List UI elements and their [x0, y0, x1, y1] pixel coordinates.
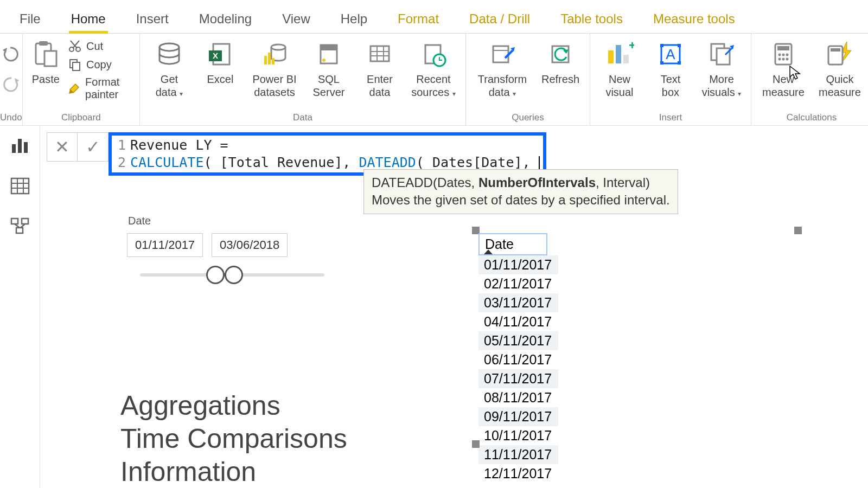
report-view-button[interactable]: [10, 137, 30, 155]
model-view-button[interactable]: [10, 217, 30, 235]
svg-point-37: [778, 54, 781, 56]
ribbon-group-calculations: New measure Quick measure Calculations: [751, 34, 868, 125]
svg-point-38: [782, 54, 784, 56]
svg-text:+: +: [629, 41, 634, 52]
menu-measure-tools[interactable]: Measure tools: [650, 7, 738, 33]
section-heading: Time Comparisons: [120, 422, 347, 455]
ribbon-group-clipboard: Paste Cut Copy: [23, 34, 140, 125]
menu-home[interactable]: Home: [68, 7, 109, 33]
svg-rect-49: [11, 219, 18, 224]
svg-rect-30: [660, 61, 663, 65]
menu-help[interactable]: Help: [337, 7, 371, 33]
table-row[interactable]: 07/11/2017: [478, 369, 558, 388]
table-row[interactable]: 12/11/2017: [478, 464, 558, 483]
sql-server-button[interactable]: SQL Server: [306, 37, 352, 99]
ribbon-group-label: Queries: [512, 111, 544, 123]
svg-point-41: [782, 58, 784, 61]
ribbon-group-label: Data: [293, 111, 312, 123]
ribbon-group-data: Get data ▾ X Excel Power BI datasets SQL…: [140, 34, 466, 125]
table-row[interactable]: 08/11/2017: [478, 388, 558, 407]
intellisense-tooltip: DATEADD(Dates, NumberOfIntervals, Interv…: [363, 169, 678, 214]
formula-cancel-button[interactable]: ✕: [47, 133, 78, 161]
get-data-icon: [154, 39, 184, 69]
menu-format[interactable]: Format: [394, 7, 442, 33]
menu-file[interactable]: File: [16, 7, 44, 33]
ribbon-group-insert: + New visual A Text box More visuals ▾ I…: [590, 34, 751, 125]
data-view-button[interactable]: [10, 177, 30, 195]
view-rail: [0, 126, 40, 488]
pbi-datasets-button[interactable]: Power BI datasets: [248, 37, 301, 99]
svg-point-42: [786, 58, 788, 61]
cut-icon: [68, 39, 82, 53]
svg-rect-44: [831, 48, 840, 52]
menu-bar: FileHomeInsertModelingViewHelpFormatData…: [0, 0, 868, 34]
ribbon-group-label: Undo: [0, 111, 22, 123]
undo-button[interactable]: [2, 46, 20, 64]
transform-data-icon: [487, 39, 518, 69]
excel-icon: X: [205, 39, 235, 69]
slider-thumb-right[interactable]: [225, 266, 243, 284]
date-from-input[interactable]: 01/11/2017: [127, 233, 203, 257]
visual-resize-handle[interactable]: [794, 227, 802, 234]
svg-rect-50: [22, 219, 28, 224]
slicer-title: Date: [128, 215, 151, 227]
svg-rect-29: [678, 44, 681, 47]
pbi-datasets-icon: [259, 39, 290, 69]
menu-data-drill[interactable]: Data / Drill: [466, 7, 533, 33]
formula-commit-button[interactable]: ✓: [78, 133, 108, 161]
svg-rect-13: [268, 53, 271, 65]
table-row[interactable]: 04/11/2017: [478, 312, 558, 331]
cut-button[interactable]: Cut: [68, 39, 133, 53]
refresh-button[interactable]: Refresh: [538, 37, 583, 86]
table-row[interactable]: 02/11/2017: [478, 274, 558, 293]
menu-table-tools[interactable]: Table tools: [557, 7, 626, 33]
ribbon: Undo Paste Cut: [0, 34, 868, 126]
svg-rect-45: [12, 144, 16, 153]
redo-button[interactable]: [2, 76, 20, 94]
table-row[interactable]: 06/11/2017: [478, 350, 558, 369]
more-visuals-button[interactable]: More visuals ▾: [699, 37, 744, 99]
table-visual[interactable]: Date 01/11/201702/11/201703/11/201704/11…: [478, 233, 558, 483]
svg-rect-2: [44, 51, 56, 66]
svg-text:X: X: [213, 51, 218, 60]
copy-button[interactable]: Copy: [68, 57, 133, 72]
table-row[interactable]: 03/11/2017: [478, 293, 558, 312]
table-row[interactable]: 01/11/2017: [478, 255, 558, 274]
new-measure-button[interactable]: New measure: [758, 37, 809, 99]
table-row[interactable]: 05/11/2017: [478, 331, 558, 350]
svg-rect-16: [321, 45, 337, 50]
svg-rect-12: [264, 56, 267, 65]
svg-rect-18: [371, 46, 389, 61]
table-row[interactable]: 09/11/2017: [478, 407, 558, 426]
excel-button[interactable]: X Excel: [197, 37, 243, 86]
menu-modeling[interactable]: Modeling: [196, 7, 255, 33]
section-heading: Information: [120, 455, 347, 488]
svg-rect-24: [616, 45, 621, 63]
new-measure-icon: [768, 39, 799, 69]
table-row[interactable]: 11/11/2017: [478, 445, 558, 464]
copy-icon: [68, 57, 82, 72]
text-box-button[interactable]: A Text box: [648, 37, 693, 99]
get-data-button[interactable]: Get data ▾: [146, 37, 192, 99]
svg-rect-31: [678, 61, 681, 65]
ribbon-group-undo: Undo: [0, 34, 23, 125]
enter-data-button[interactable]: Enter data: [357, 37, 403, 99]
format-painter-button[interactable]: Format painter: [68, 76, 133, 101]
svg-rect-48: [11, 178, 29, 194]
visual-resize-handle[interactable]: [472, 440, 480, 448]
date-to-input[interactable]: 03/06/2018: [212, 233, 288, 257]
transform-data-button[interactable]: Transform data ▾: [473, 37, 532, 99]
recent-sources-button[interactable]: Recent sources ▾: [408, 37, 459, 99]
enter-data-icon: [365, 39, 395, 69]
quick-measure-icon: [825, 39, 855, 69]
recent-sources-icon: [418, 39, 449, 69]
svg-rect-1: [39, 41, 48, 46]
slider-thumb-left[interactable]: [206, 266, 225, 284]
new-visual-button[interactable]: + New visual: [597, 37, 642, 99]
quick-measure-button[interactable]: Quick measure: [814, 37, 865, 99]
menu-view[interactable]: View: [279, 7, 314, 33]
svg-rect-25: [623, 55, 629, 63]
menu-insert[interactable]: Insert: [133, 7, 172, 33]
paste-button[interactable]: Paste: [29, 37, 62, 86]
table-row[interactable]: 10/11/2017: [478, 426, 558, 445]
